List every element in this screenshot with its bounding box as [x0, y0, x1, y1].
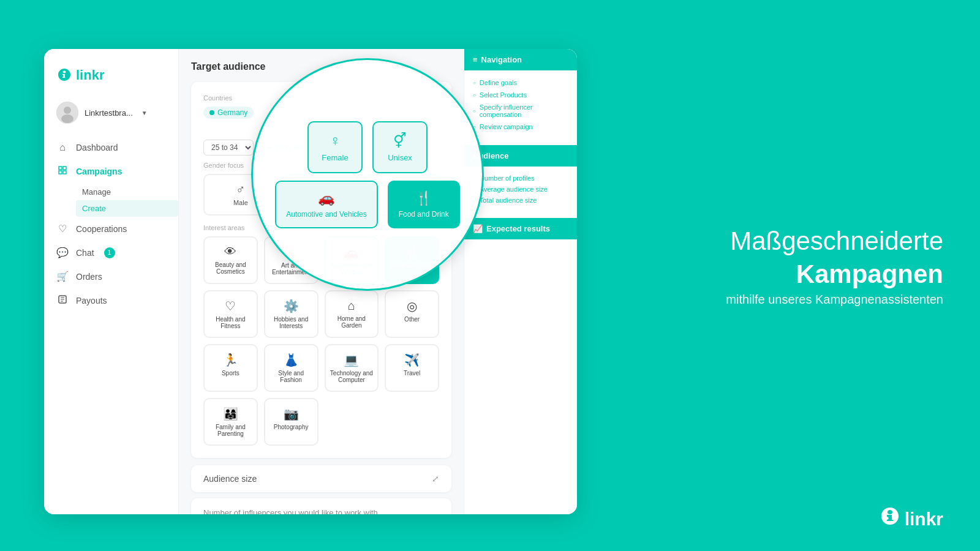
sidebar-subitem-manage[interactable]: Manage: [76, 184, 178, 200]
payouts-icon: [56, 294, 69, 307]
stat-profiles: Number of profiles: [473, 173, 568, 184]
sidebar-item-dashboard[interactable]: ⌂ Dashboard: [44, 136, 178, 159]
mag-unisex-icon: ⚥: [386, 132, 414, 149]
right-text-line1: Maßgeschneiderte: [726, 226, 943, 257]
mag-food-icon: 🍴: [399, 190, 449, 206]
chat-badge: 1: [104, 247, 115, 258]
mag-female[interactable]: ♀ Female: [307, 121, 363, 173]
sidebar-item-campaigns[interactable]: Campaigns: [44, 159, 178, 184]
hobbies-icon: ⚙️: [269, 299, 314, 313]
sidebar-user[interactable]: Linkrtestbra... ▼: [44, 96, 178, 130]
mag-female-icon: ♀: [321, 132, 349, 149]
tech-label: Technology and Computer: [330, 370, 373, 383]
right-text-line2: Kampagnen: [726, 260, 943, 290]
interest-health[interactable]: ♡ Health and Fitness: [203, 290, 258, 338]
svg-point-2: [61, 114, 74, 123]
bottom-logo: linkr: [879, 506, 943, 533]
navigation-icon: ≡: [473, 55, 478, 64]
influencers-card: Number of influencers you would like to …: [191, 498, 451, 514]
magnifier-content: ♀ Female ⚥ Unisex 🚗 Automotive and Vehic…: [253, 109, 482, 241]
fashion-label: Style and Fashion: [278, 370, 304, 383]
sidebar-item-orders[interactable]: 🛒 Orders: [44, 264, 178, 288]
mag-food-label: Food and Drink: [399, 210, 449, 219]
germany-tag: Germany: [203, 107, 254, 119]
travel-icon: ✈️: [390, 353, 434, 367]
navigation-label: Navigation: [481, 55, 522, 64]
home-label: Home and Garden: [337, 315, 366, 329]
mag-unisex-label: Unisex: [388, 153, 412, 162]
family-icon: 👨‍👩‍👧: [208, 407, 253, 421]
expected-icon: 📈: [473, 224, 483, 233]
campaigns-label: Campaigns: [76, 167, 122, 176]
other-icon: ◎: [390, 299, 434, 313]
mag-unisex[interactable]: ⚥ Unisex: [372, 121, 428, 173]
mag-female-label: Female: [322, 153, 348, 162]
sidebar-username: Linkrtestbra...: [85, 108, 133, 118]
sports-icon: 🏃: [208, 353, 253, 367]
beauty-label: Beauty and Cosmetics: [215, 261, 246, 275]
logo-text: linkr: [76, 67, 104, 83]
interest-family[interactable]: 👨‍👩‍👧 Family and Parenting: [203, 398, 258, 446]
dropdown-icon: ▼: [141, 110, 148, 116]
mag-gender-row: ♀ Female ⚥ Unisex: [265, 121, 470, 173]
hobbies-label: Hobbies and Interests: [274, 316, 308, 329]
avatar: [56, 102, 78, 124]
stat-avg-size: Average audience size: [473, 184, 568, 195]
interest-other[interactable]: ◎ Other: [385, 290, 439, 338]
campaigns-subitems: Manage Create: [44, 184, 178, 217]
expected-label: Expected results: [486, 224, 550, 233]
right-sidebar: ≡ Navigation Define goals Select Product…: [464, 49, 577, 514]
home-icon: ⌂: [330, 299, 374, 313]
mag-interest-row: 🚗 Automotive and Vehicles 🍴 Food and Dri…: [265, 181, 470, 228]
nav-link-goals[interactable]: Define goals: [473, 77, 568, 89]
sidebar-item-chat[interactable]: 💬 Chat 1: [44, 241, 178, 264]
expand-icon: ⤢: [432, 474, 439, 484]
interest-photography[interactable]: 📷 Photography: [264, 398, 318, 446]
nav-link-review[interactable]: Review campaign: [473, 121, 568, 133]
logo-icon: [56, 67, 72, 83]
stat-total-size: Total audience size: [473, 195, 568, 206]
health-label: Health and Fitness: [216, 316, 245, 329]
health-icon: ♡: [208, 299, 253, 313]
sidebar-item-payouts[interactable]: Payouts: [44, 288, 178, 313]
mag-auto-icon: 🚗: [286, 190, 366, 206]
cooperations-label: Cooperations: [76, 224, 127, 234]
tech-icon: 💻: [330, 353, 374, 367]
bottom-logo-icon: [879, 506, 901, 533]
svg-point-1: [64, 107, 71, 114]
cooperations-icon: ♡: [56, 223, 69, 234]
other-label: Other: [404, 316, 420, 323]
mag-food[interactable]: 🍴 Food and Drink: [388, 181, 460, 228]
interest-hobbies[interactable]: ⚙️ Hobbies and Interests: [264, 290, 318, 338]
audience-size-card[interactable]: Audience size ⤢: [191, 465, 451, 492]
dashboard-label: Dashboard: [76, 143, 118, 152]
orders-label: Orders: [76, 272, 102, 282]
bottom-logo-text: linkr: [905, 509, 943, 530]
interest-travel[interactable]: ✈️ Travel: [385, 344, 439, 392]
interest-home[interactable]: ⌂ Home and Garden: [325, 290, 379, 338]
interest-beauty[interactable]: 👁 Beauty and Cosmetics: [203, 236, 258, 284]
interest-fashion[interactable]: 👗 Style and Fashion: [264, 344, 318, 392]
photography-label: Photography: [274, 424, 309, 430]
photography-icon: 📷: [269, 407, 314, 421]
age-select[interactable]: 25 to 34: [203, 140, 254, 156]
payouts-label: Payouts: [76, 296, 107, 305]
navigation-button[interactable]: ≡ Navigation: [464, 49, 577, 70]
sidebar: linkr Linkrtestbra... ▼ ⌂ Dashboard Camp…: [44, 49, 179, 514]
interest-sports[interactable]: 🏃 Sports: [203, 344, 258, 392]
orders-icon: 🛒: [56, 271, 69, 282]
beauty-icon: 👁: [208, 245, 253, 259]
sidebar-subitem-create[interactable]: Create: [76, 200, 178, 217]
nav-link-products[interactable]: Select Products: [473, 89, 568, 101]
interest-tech[interactable]: 💻 Technology and Computer: [325, 344, 379, 392]
sports-label: Sports: [222, 370, 239, 377]
expected-results-button[interactable]: 📈 Expected results: [464, 218, 577, 239]
sidebar-item-cooperations[interactable]: ♡ Cooperations: [44, 217, 178, 241]
nav-link-compensation[interactable]: Specify influencer compensation: [473, 101, 568, 121]
right-text-section: Maßgeschneiderte Kampagnen mithilfe unse…: [726, 226, 943, 325]
fashion-icon: 👗: [269, 353, 314, 367]
influencers-label: Number of influencers you would like to …: [203, 508, 378, 514]
mag-auto[interactable]: 🚗 Automotive and Vehicles: [275, 181, 377, 228]
audience-size-label: Audience size: [203, 474, 257, 484]
travel-label: Travel: [404, 370, 420, 377]
